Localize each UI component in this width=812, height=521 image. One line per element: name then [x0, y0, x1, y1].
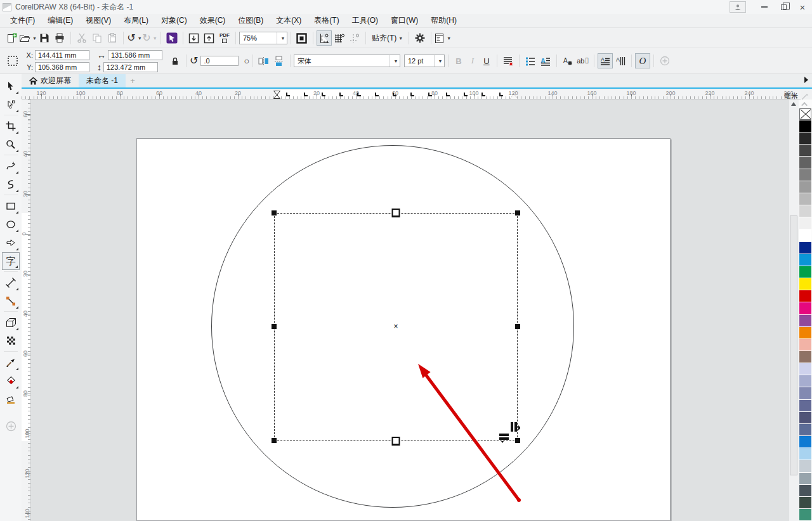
palette-scroll-up[interactable] [799, 100, 811, 108]
ruler-tab-stop-marker[interactable] [481, 93, 485, 96]
object-height-field[interactable]: 123.472 mm [103, 62, 158, 72]
y-position-field[interactable]: 105.368 mm [35, 62, 89, 72]
show-rulers-toggle[interactable] [317, 30, 332, 46]
artistic-media-tool[interactable] [2, 176, 20, 193]
freehand-tool[interactable] [2, 157, 20, 175]
menu-view[interactable]: 视图(V) [79, 14, 117, 27]
search-content-button[interactable] [164, 30, 180, 46]
underline-button[interactable]: U [480, 56, 494, 66]
color-swatch[interactable] [799, 363, 811, 375]
menu-help[interactable]: 帮助(H) [424, 14, 463, 27]
selection-handle-bottom-left[interactable] [272, 438, 277, 443]
interactive-fill-tool[interactable] [2, 372, 20, 390]
horizontal-ruler[interactable]: 1201008060402020406080100120140160180200… [22, 90, 801, 100]
scrollbar-thumb[interactable] [790, 215, 797, 475]
font-family-combo[interactable]: 宋体 ▼ [294, 55, 400, 67]
menu-layout[interactable]: 布局(L) [117, 14, 155, 27]
color-swatch[interactable] [799, 290, 811, 302]
ruler-tab-stop-marker[interactable] [375, 93, 379, 96]
ruler-tab-stop-marker[interactable] [499, 93, 503, 96]
redo-button[interactable]: ↻ ▼ [142, 30, 157, 46]
menu-edit[interactable]: 编辑(E) [41, 14, 79, 27]
application-launcher-button[interactable]: ▼ [435, 30, 451, 46]
selection-handle-bottom-right[interactable] [515, 438, 520, 443]
transparency-tool[interactable] [2, 332, 20, 350]
ruler-tab-stop-marker[interactable] [410, 93, 414, 96]
export-button[interactable] [202, 30, 217, 46]
interactive-opentype-toggle[interactable]: O [635, 53, 650, 68]
ruler-tab-stop-marker[interactable] [446, 93, 450, 96]
text-flow-tab-bottom[interactable] [392, 437, 400, 446]
color-swatch[interactable] [799, 132, 811, 144]
color-swatch[interactable] [799, 315, 811, 326]
smart-fill-tool[interactable] [2, 390, 20, 408]
color-swatch[interactable] [799, 509, 811, 520]
vertical-text-button[interactable]: A [613, 53, 628, 68]
color-swatch[interactable] [799, 448, 811, 460]
object-width-field[interactable]: 131.586 mm [108, 50, 162, 60]
text-flow-tab-top[interactable] [392, 209, 400, 217]
color-swatch[interactable] [799, 145, 811, 156]
horizontal-text-button[interactable]: A [598, 53, 613, 68]
color-swatch[interactable] [799, 412, 811, 423]
show-grid-toggle[interactable] [332, 30, 347, 46]
ruler-tab-stop-marker[interactable] [339, 93, 343, 96]
connector-tool[interactable] [2, 292, 20, 310]
restore-button[interactable] [774, 1, 793, 13]
edit-text-button[interactable]: ab [575, 53, 591, 68]
color-swatch[interactable] [799, 193, 811, 205]
menu-tools[interactable]: 工具(O) [346, 14, 384, 27]
ruler-tab-stop-marker[interactable] [322, 93, 325, 96]
rectangle-tool[interactable] [2, 197, 20, 215]
mirror-vertical-button[interactable] [272, 53, 287, 68]
undo-button[interactable]: ↺ ▼ [127, 30, 142, 46]
polygon-tool[interactable] [2, 234, 20, 252]
extrude-tool[interactable] [2, 314, 20, 331]
color-swatch[interactable] [799, 254, 811, 266]
color-swatch[interactable] [799, 375, 811, 387]
menu-window[interactable]: 窗口(W) [384, 14, 424, 27]
account-button[interactable] [730, 1, 746, 13]
drop-cap-button[interactable]: A [538, 53, 553, 68]
text-properties-button[interactable]: A [560, 53, 575, 68]
menu-table[interactable]: 表格(T) [308, 14, 345, 27]
no-color-swatch[interactable] [799, 108, 811, 120]
selection-handle-middle-right[interactable] [515, 324, 520, 329]
x-position-field[interactable]: 144.411 mm [35, 50, 89, 60]
options-button[interactable] [412, 30, 428, 46]
open-button[interactable]: ▼ [19, 30, 37, 46]
tab-document-1[interactable]: 未命名 -1 [79, 74, 126, 87]
color-swatch[interactable] [799, 169, 811, 181]
print-button[interactable] [52, 30, 67, 46]
color-swatch[interactable] [799, 229, 811, 241]
shape-tool[interactable] [2, 96, 20, 113]
color-swatch[interactable] [799, 400, 811, 411]
undo-dropdown-arrow[interactable]: ▼ [138, 36, 142, 41]
pick-tool[interactable] [2, 77, 20, 95]
color-swatch[interactable] [799, 460, 811, 472]
crop-tool[interactable] [2, 117, 20, 135]
show-guidelines-toggle[interactable] [347, 30, 362, 46]
new-document-button[interactable] [4, 30, 19, 46]
color-swatch[interactable] [799, 242, 811, 254]
new-tab-button[interactable]: + [126, 74, 140, 87]
ruler-tab-stop-marker[interactable] [464, 93, 468, 96]
font-size-combo[interactable]: 12 pt ▼ [404, 55, 445, 67]
selection-handle-middle-left[interactable] [272, 324, 277, 329]
minimize-button[interactable] [755, 1, 774, 13]
zoom-level-dropdown[interactable]: ▼ [277, 32, 287, 44]
vertical-ruler[interactable]: 604020020406080100120140 [22, 100, 31, 521]
publish-pdf-button[interactable]: PDF [217, 30, 232, 46]
color-swatch[interactable] [799, 497, 811, 508]
ruler-tab-stop-marker[interactable] [357, 93, 361, 96]
snap-to-button[interactable]: 贴齐(T) ▼ [369, 33, 405, 44]
copy-button[interactable] [89, 30, 105, 46]
color-swatch[interactable] [799, 436, 811, 447]
menu-bitmaps[interactable]: 位图(B) [232, 14, 270, 27]
import-button[interactable] [187, 30, 202, 46]
color-swatch[interactable] [799, 387, 811, 399]
zoom-level-combo[interactable]: 75% ▼ [239, 32, 287, 44]
color-swatch[interactable] [799, 424, 811, 435]
menu-object[interactable]: 对象(C) [155, 14, 193, 27]
color-swatch[interactable] [799, 205, 811, 217]
